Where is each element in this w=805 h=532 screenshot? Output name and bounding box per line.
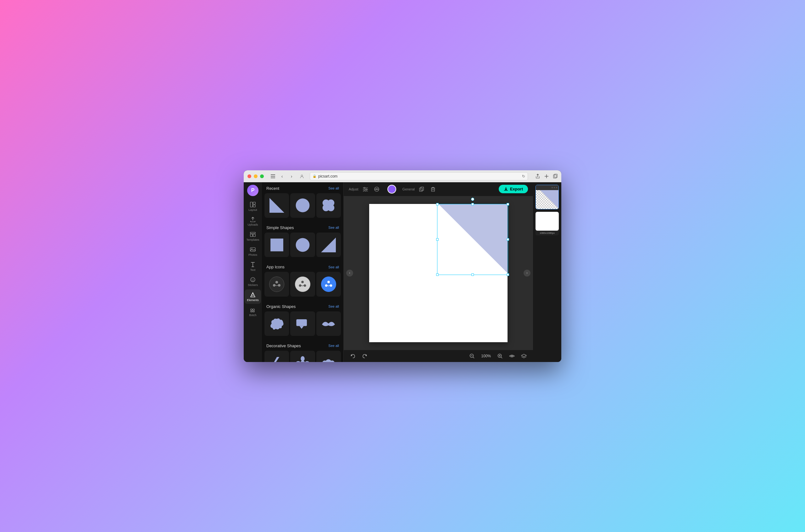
text-icon (249, 261, 256, 268)
organic-shape-speech[interactable] (290, 311, 315, 336)
adjust-label: Adjust (349, 187, 359, 191)
maximize-button[interactable] (260, 174, 264, 178)
photos-label: Photos (249, 253, 257, 257)
svg-rect-63 (432, 188, 435, 191)
handle-bl[interactable] (436, 273, 439, 276)
url-bar[interactable]: 🔒 picsart.com ↻ (310, 172, 528, 180)
organic-shape-splat[interactable] (264, 311, 289, 336)
transparency-icon[interactable] (372, 185, 381, 194)
canvas-nav-left[interactable]: ‹ (346, 270, 353, 277)
svg-point-17 (252, 279, 253, 279)
sidebar-item-photos[interactable]: Photos (245, 244, 261, 259)
zoom-in-button[interactable] (496, 352, 504, 360)
back-button[interactable]: ‹ (278, 172, 286, 180)
layout-label: Layout (249, 209, 257, 212)
app-icons-see-all[interactable]: See all (328, 265, 339, 269)
tool-sidebar: P Layout (244, 182, 262, 362)
refresh-icon[interactable]: ↻ (522, 174, 525, 178)
color-picker[interactable] (387, 185, 396, 194)
sidebar-item-uploads[interactable]: Uploads (245, 214, 261, 228)
svg-point-45 (300, 356, 305, 361)
sidebar-item-layout[interactable]: Layout (245, 199, 261, 214)
svg-point-36 (278, 284, 280, 287)
app-icons-grid (262, 272, 343, 300)
recent-see-all[interactable]: See all (328, 186, 339, 190)
svg-rect-14 (250, 248, 255, 251)
simple-shape-square[interactable] (264, 232, 289, 257)
decorative-shapes-grid (262, 351, 343, 362)
layers-button[interactable] (520, 352, 528, 360)
uploads-label: Uploads (248, 224, 258, 227)
app-icon-2[interactable] (290, 272, 315, 296)
svg-point-30 (328, 205, 334, 211)
decorative-shapes-title: Decorative Shapes (266, 343, 301, 348)
sidebar-item-templates[interactable]: Templates (245, 229, 261, 244)
decorative-shape-cloud[interactable] (316, 351, 341, 362)
copy-icon[interactable] (553, 174, 557, 178)
simple-shape-circle[interactable] (290, 232, 315, 257)
svg-line-71 (473, 357, 474, 358)
undo-button[interactable] (349, 352, 357, 360)
organic-shape-wings[interactable] (316, 311, 341, 336)
decorative-shape-flower[interactable] (290, 351, 315, 362)
sidebar-item-batch[interactable]: Botch (245, 304, 261, 319)
minimize-button[interactable] (254, 174, 258, 178)
sidebar-item-stickers[interactable]: Stickers (245, 274, 261, 289)
thumbnail-1-preview (536, 190, 559, 209)
sidebar-toggle-icon[interactable] (270, 173, 276, 180)
sidebar-item-text[interactable]: Text (245, 259, 261, 274)
zoom-level: 100% (481, 354, 491, 358)
svg-point-58 (366, 189, 367, 190)
recent-section-header: Recent See all (262, 182, 343, 193)
canvas-nav-right[interactable]: › (524, 270, 530, 277)
eye-button[interactable] (508, 352, 516, 360)
svg-rect-21 (251, 309, 252, 310)
app-icon-3[interactable] (316, 272, 341, 296)
simple-shapes-see-all[interactable]: See all (328, 226, 339, 229)
svg-point-38 (299, 284, 301, 287)
rotate-handle[interactable] (471, 198, 474, 201)
handle-br[interactable] (507, 273, 509, 276)
svg-point-3 (301, 175, 303, 176)
picsart-logo[interactable]: P (247, 185, 258, 196)
browser-nav: ‹ › (270, 172, 295, 180)
export-button[interactable]: Export (499, 185, 528, 193)
duplicate-icon[interactable] (417, 185, 426, 194)
svg-rect-22 (253, 309, 254, 310)
thumbnail-2[interactable]: 1080x1080px (535, 212, 559, 235)
adjust-sliders-icon[interactable] (361, 185, 370, 194)
svg-marker-33 (321, 238, 336, 252)
share-icon[interactable] (535, 174, 540, 179)
main-canvas[interactable] (369, 204, 508, 342)
thumb-dot-3 (556, 187, 557, 188)
handle-bm[interactable] (471, 273, 474, 276)
decorative-shape-arrow[interactable] (264, 351, 289, 362)
svg-rect-11 (250, 232, 255, 233)
sidebar-item-elements[interactable]: Elements (245, 289, 261, 304)
app-icon-1[interactable] (264, 272, 289, 296)
thumb-triangle (540, 190, 559, 209)
svg-marker-44 (299, 326, 304, 329)
thumbnail-1[interactable] (535, 185, 559, 209)
decorative-shapes-see-all[interactable]: See all (328, 344, 339, 347)
recent-shape-circle[interactable] (290, 193, 315, 218)
svg-point-41 (325, 284, 327, 287)
simple-shapes-title: Simple Shapes (266, 225, 294, 230)
browser-window: ‹ › 🔒 picsart.com ↻ (244, 170, 561, 362)
svg-point-26 (296, 198, 310, 212)
new-tab-icon[interactable] (544, 174, 549, 178)
close-button[interactable] (248, 174, 251, 178)
svg-point-20 (252, 294, 254, 296)
redo-button[interactable] (361, 352, 369, 360)
canvas-triangle-shape[interactable] (438, 204, 508, 273)
zoom-out-button[interactable] (468, 352, 476, 360)
organic-shapes-see-all[interactable]: See all (328, 304, 339, 308)
simple-shape-right-triangle[interactable] (316, 232, 341, 257)
recent-shape-clover[interactable] (316, 193, 341, 218)
recent-shape-triangle[interactable] (264, 193, 289, 218)
templates-label: Templates (246, 239, 259, 242)
forward-button[interactable]: › (288, 172, 295, 180)
delete-icon[interactable] (428, 185, 437, 194)
simple-shapes-header: Simple Shapes See all (262, 222, 343, 232)
app-icon-circle-2 (295, 277, 310, 292)
